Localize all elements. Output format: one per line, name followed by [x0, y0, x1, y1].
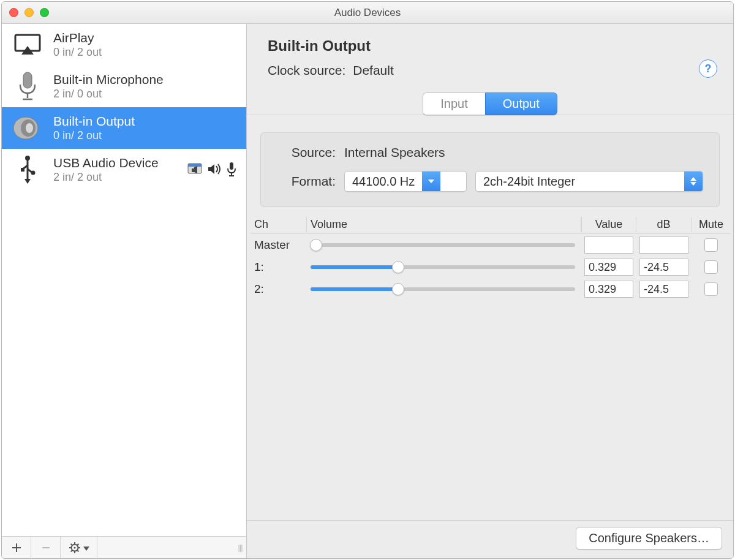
volume-slider-ch1[interactable] [311, 265, 575, 269]
column-value[interactable]: Value [581, 217, 636, 232]
device-item-builtin-output[interactable]: Built-in Output 0 in/ 2 out [2, 107, 246, 149]
bit-depth-select[interactable]: 2ch-24bit Integer [475, 171, 703, 192]
svg-point-22 [74, 547, 75, 548]
device-channels: 0 in/ 2 out [53, 129, 240, 143]
svg-rect-18 [230, 162, 233, 170]
tab-input[interactable]: Input [423, 93, 484, 115]
clock-source-label: Clock source: [268, 63, 345, 78]
tab-output[interactable]: Output [485, 93, 557, 115]
source-label: Source: [277, 145, 336, 160]
mute-checkbox-ch2[interactable] [704, 282, 718, 296]
column-ch[interactable]: Ch [251, 217, 307, 232]
device-list: AirPlay 0 in/ 2 out Built-i [2, 24, 246, 536]
svg-point-7 [26, 123, 33, 133]
help-button[interactable]: ? [699, 59, 717, 78]
channel-label: Master [251, 238, 307, 252]
format-label: Format: [277, 174, 336, 189]
svg-line-29 [70, 550, 72, 551]
svg-line-30 [77, 543, 78, 545]
db-input-ch2[interactable] [639, 281, 688, 298]
sample-rate-value: 44100.0 Hz [345, 175, 422, 189]
usb-icon [10, 153, 45, 187]
mute-checkbox-ch1[interactable] [704, 260, 718, 274]
close-button[interactable] [9, 8, 18, 17]
column-mute[interactable]: Mute [692, 217, 731, 232]
stepper-arrows-icon [684, 172, 703, 191]
svg-point-11 [31, 171, 36, 175]
svg-marker-16 [194, 166, 197, 173]
detail-header: Built-in Output Clock source: Default ? [247, 24, 733, 88]
chevron-down-icon [422, 172, 440, 191]
add-device-button[interactable] [2, 537, 31, 558]
channel-row-1: 1: [251, 256, 731, 278]
svg-line-27 [70, 543, 72, 545]
resize-grip-icon[interactable]: ||| [234, 537, 246, 558]
channel-table-header: Ch Volume Value dB Mute [251, 216, 731, 234]
svg-rect-2 [23, 72, 32, 88]
speaker-icon [10, 111, 45, 145]
value-input-ch1[interactable] [584, 259, 633, 276]
device-item-airplay[interactable]: AirPlay 0 in/ 2 out [2, 24, 246, 66]
output-config-panel: Source: Internal Speakers Format: 44100.… [260, 132, 720, 207]
volume-slider-ch2[interactable] [311, 287, 575, 291]
bit-depth-value: 2ch-24bit Integer [476, 175, 684, 189]
traffic-lights [9, 8, 49, 17]
airplay-icon [10, 28, 45, 62]
svg-marker-17 [208, 164, 214, 174]
system-output-icon [187, 162, 202, 178]
minimize-button[interactable] [24, 8, 34, 17]
svg-marker-15 [192, 168, 194, 172]
io-segmented-control: Input Output [423, 93, 557, 115]
column-db[interactable]: dB [636, 217, 692, 232]
microphone-icon [10, 69, 45, 104]
device-channels: 0 in/ 2 out [53, 45, 240, 59]
sound-input-icon [227, 162, 236, 178]
sound-output-icon [207, 163, 222, 177]
zoom-button[interactable] [40, 8, 49, 17]
device-name: Built-in Microphone [53, 72, 240, 87]
channel-label: 2: [251, 282, 307, 296]
device-item-usb-audio[interactable]: USB Audio Device 2 in/ 2 out [2, 149, 246, 191]
sample-rate-select[interactable]: 44100.0 Hz [344, 171, 467, 192]
configure-speakers-button[interactable]: Configure Speakers… [576, 527, 722, 550]
audio-devices-window: Audio Devices AirPlay 0 in/ 2 out [1, 1, 734, 559]
db-input-ch1[interactable] [639, 259, 688, 276]
device-name: Built-in Output [53, 113, 240, 129]
svg-line-28 [77, 550, 78, 551]
device-name: USB Audio Device [53, 155, 179, 170]
channel-label: 1: [251, 260, 307, 274]
channel-row-master: Master [251, 234, 731, 256]
channel-table: Ch Volume Value dB Mute Master [251, 216, 731, 300]
chevron-down-icon [83, 540, 89, 554]
mute-checkbox-master[interactable] [704, 238, 718, 252]
svg-rect-14 [188, 164, 202, 167]
detail-footer: Configure Speakers… [247, 520, 733, 558]
db-input-master[interactable] [639, 236, 688, 254]
channel-row-2: 2: [251, 278, 731, 300]
value-input-master[interactable] [584, 236, 633, 254]
window-title: Audio Devices [334, 7, 401, 19]
actions-menu-button[interactable] [61, 537, 97, 558]
titlebar[interactable]: Audio Devices [2, 2, 733, 24]
sidebar-footer: ||| [2, 536, 246, 558]
device-sidebar: AirPlay 0 in/ 2 out Built-i [2, 24, 247, 558]
value-input-ch2[interactable] [584, 281, 633, 298]
column-volume[interactable]: Volume [307, 217, 581, 232]
device-channels: 2 in/ 2 out [53, 170, 179, 184]
device-item-builtin-mic[interactable]: Built-in Microphone 2 in/ 0 out [2, 66, 246, 107]
device-channels: 2 in/ 0 out [53, 87, 240, 101]
svg-rect-10 [21, 168, 24, 172]
volume-slider-master[interactable] [311, 243, 575, 247]
device-badges [187, 162, 240, 178]
device-detail-panel: Built-in Output Clock source: Default ? … [247, 24, 733, 558]
svg-marker-31 [83, 547, 89, 551]
svg-marker-12 [24, 179, 31, 184]
clock-source-value: Default [353, 63, 394, 78]
source-value: Internal Speakers [344, 145, 445, 160]
detail-device-title: Built-in Output [268, 37, 712, 55]
device-name: AirPlay [53, 30, 240, 45]
remove-device-button[interactable] [31, 537, 61, 558]
